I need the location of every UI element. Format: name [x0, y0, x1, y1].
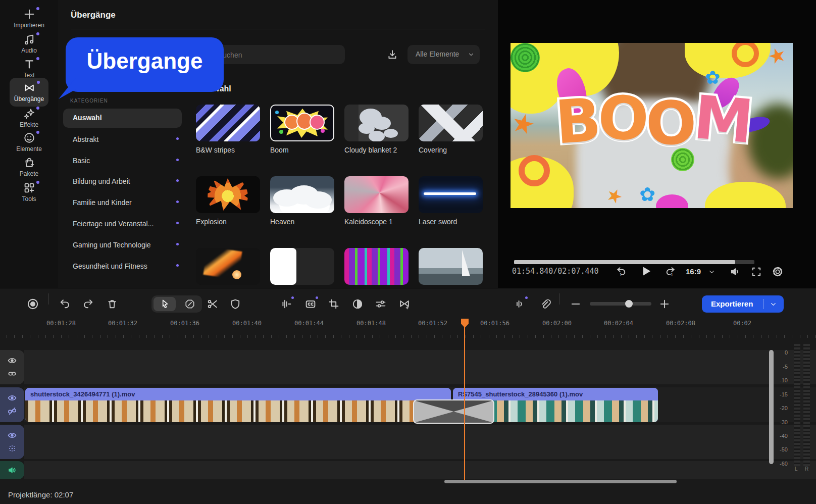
step-back-icon[interactable]: 1: [615, 266, 627, 278]
category-item[interactable]: Feiertage und Veranstal...: [73, 220, 179, 228]
captions-icon[interactable]: [304, 298, 317, 310]
callout-tail: [59, 78, 76, 99]
comet-head: [232, 270, 241, 279]
meter-channel-label: L: [795, 466, 798, 472]
transition-thumb-laser-sword[interactable]: [419, 176, 483, 213]
link-off-icon[interactable]: [7, 406, 17, 416]
tag-tool[interactable]: [179, 297, 201, 311]
undo-icon[interactable]: [59, 298, 71, 310]
add-transition-icon[interactable]: [398, 298, 411, 310]
transition-thumb-glitch[interactable]: [344, 248, 409, 285]
category-item[interactable]: Bildung und Arbeit: [73, 177, 179, 185]
transition-thumb-sailboat[interactable]: [419, 248, 483, 285]
transition-thumb-bw-stripes[interactable]: [196, 105, 260, 141]
transition-thumb-heaven[interactable]: [270, 176, 334, 213]
filter-dropdown-value: Alle Elemente: [416, 50, 459, 58]
sidebar-item-effects[interactable]: Effekte: [0, 108, 58, 128]
boom-letter-blob: [310, 115, 325, 130]
vertical-scrollbar[interactable]: [769, 350, 774, 464]
sidebar-item-import[interactable]: Importieren: [0, 8, 58, 29]
transition-thumb-kaleidoscope[interactable]: [344, 176, 409, 213]
category-item[interactable]: Familie und Kinder: [73, 198, 179, 207]
video-viewport[interactable]: ★ ★ ★ ✿ ✿ B O O M: [511, 43, 793, 208]
new-content-dot: [176, 264, 179, 267]
new-content-dot: [176, 159, 179, 161]
step-forward-icon[interactable]: 1: [665, 266, 677, 278]
horizontal-scrollbar[interactable]: [444, 480, 677, 483]
eye-icon[interactable]: [7, 393, 17, 403]
overlay-ring: [519, 155, 550, 186]
category-item[interactable]: Basic: [73, 157, 179, 165]
transition-name: Laser sword: [419, 218, 457, 226]
sail-shape: [462, 250, 470, 276]
boom-confetti: [321, 129, 325, 133]
boom-confetti: [275, 111, 279, 114]
zoom-in-icon[interactable]: [658, 298, 671, 310]
eye-icon[interactable]: [7, 430, 17, 440]
aspect-ratio-dropdown[interactable]: 16:9: [686, 267, 701, 276]
record-icon[interactable]: [26, 297, 39, 311]
main-sidebar: Importieren Audio Text Übergänge: [0, 0, 58, 288]
track-row-overlay[interactable]: [24, 350, 816, 384]
gear-icon[interactable]: [772, 266, 784, 278]
sidebar-item-elements[interactable]: Elemente: [0, 132, 58, 153]
export-button[interactable]: Exportieren: [702, 295, 784, 313]
zoom-out-icon[interactable]: [570, 298, 582, 310]
track-row-audio[interactable]: [24, 461, 816, 479]
playhead-line[interactable]: [464, 319, 465, 480]
zoom-slider[interactable]: [590, 302, 651, 306]
sidebar-item-packages[interactable]: Pakete: [0, 157, 58, 177]
shield-marker-icon[interactable]: [229, 298, 241, 310]
timeline-clip-1[interactable]: shutterstock_3426494771 (1).mov: [25, 388, 451, 422]
play-button[interactable]: [639, 265, 652, 278]
contrast-icon[interactable]: [351, 298, 364, 310]
filters-sliders-icon[interactable]: [375, 298, 387, 310]
transition-thumb-comet[interactable]: [196, 248, 260, 285]
category-item[interactable]: Gaming und Technologie: [73, 241, 179, 249]
volume-icon[interactable]: [729, 266, 741, 278]
plus-icon: [23, 8, 35, 20]
fullscreen-icon[interactable]: [750, 266, 762, 278]
trash-icon[interactable]: [106, 298, 118, 310]
sidebar-item-text[interactable]: Text: [0, 58, 58, 79]
category-item[interactable]: Abstrakt: [73, 135, 179, 143]
speaker-icon[interactable]: [7, 465, 17, 475]
chevron-down-icon[interactable]: [770, 300, 777, 308]
boom-letter: B: [553, 90, 598, 152]
paperclip-icon[interactable]: [539, 298, 551, 310]
export-button-divider: [763, 299, 764, 309]
audio-levels-icon[interactable]: [280, 298, 292, 310]
sidebar-item-tools[interactable]: Tools: [0, 182, 58, 203]
transition-clip-crossfade[interactable]: [413, 399, 494, 424]
link-icon[interactable]: [7, 369, 17, 379]
sidebar-item-transitions[interactable]: Übergänge: [0, 82, 58, 103]
preview-progress-track[interactable]: [514, 260, 754, 264]
transition-thumb-explosion[interactable]: [196, 176, 260, 213]
scissors-icon[interactable]: [207, 298, 219, 310]
track-row-effects[interactable]: [24, 425, 816, 459]
transition-thumb-boom[interactable]: [270, 105, 334, 141]
filter-dropdown[interactable]: Alle Elemente: [407, 45, 480, 64]
sidebar-item-label: Pakete: [0, 170, 58, 177]
clip-filename: shutterstock_3426494771 (1).mov: [25, 388, 451, 400]
crop-icon[interactable]: [328, 298, 340, 310]
sidebar-item-audio[interactable]: Audio: [0, 33, 58, 54]
chevron-down-icon[interactable]: [708, 268, 716, 276]
transition-thumb-cloudy-blanket[interactable]: [344, 105, 409, 141]
category-label: Familie und Kinder: [73, 198, 132, 207]
timeline-ruler[interactable]: 00:01:28 00:01:32 00:01:36 00:01:40 00:0…: [0, 320, 816, 333]
category-item[interactable]: Gesundheit und Fitness: [73, 262, 179, 270]
transition-thumb-paper[interactable]: [270, 248, 334, 285]
download-icon[interactable]: [386, 48, 398, 61]
search-input[interactable]: [217, 45, 340, 65]
redo-icon[interactable]: [82, 298, 94, 310]
dissolve-icon[interactable]: [7, 443, 17, 453]
audio-notify-icon[interactable]: [514, 298, 526, 310]
category-label: Gaming und Technologie: [73, 241, 151, 249]
sidebar-item-label: Effekte: [0, 121, 58, 128]
category-item-auswahl[interactable]: Auswahl: [63, 109, 182, 128]
transition-thumb-covering[interactable]: [419, 105, 483, 141]
cursor-tool-selected[interactable]: [154, 297, 176, 311]
eye-icon[interactable]: [7, 356, 17, 366]
zoom-slider-thumb[interactable]: [625, 300, 633, 308]
